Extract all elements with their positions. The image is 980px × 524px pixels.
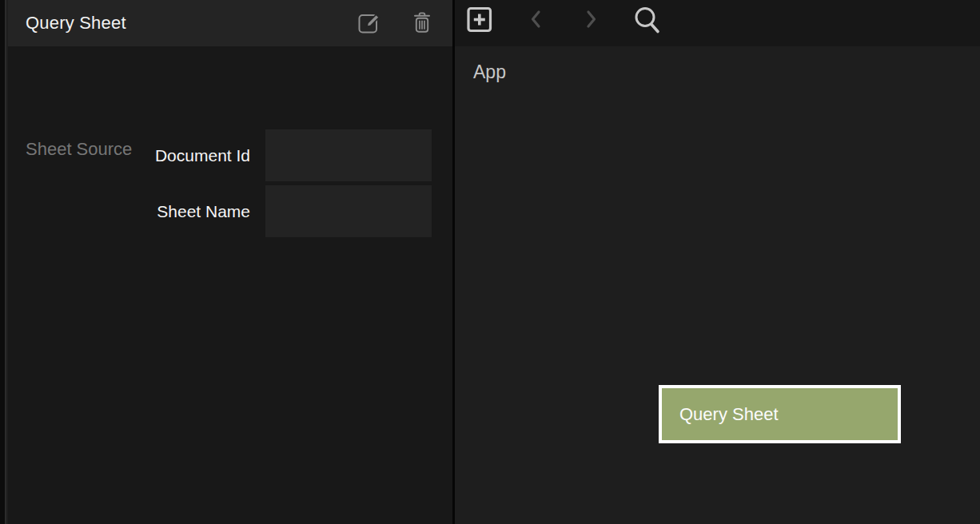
search-icon — [632, 5, 661, 38]
document-id-input[interactable] — [265, 129, 432, 181]
add-node-button[interactable] — [467, 6, 492, 35]
flow-node-label: Query Sheet — [679, 404, 779, 425]
chevron-right-icon — [585, 10, 598, 31]
properties-panel-header: Query Sheet — [8, 0, 452, 46]
chevron-left-icon — [529, 10, 542, 31]
canvas-app-label: App — [473, 62, 506, 83]
app-window: Query Sheet — [0, 0, 980, 524]
edit-icon — [358, 11, 380, 36]
trash-icon — [412, 11, 432, 36]
plus-square-icon — [467, 6, 492, 35]
flow-node-query-sheet[interactable]: Query Sheet — [659, 385, 901, 443]
sheet-name-input[interactable] — [265, 185, 432, 237]
panel-header-actions — [358, 0, 432, 46]
document-id-label: Document Id — [8, 129, 250, 181]
delete-button[interactable] — [412, 11, 432, 36]
properties-panel-body: Sheet Source Document Id Sheet Name — [8, 46, 452, 524]
panel-title: Query Sheet — [26, 13, 126, 34]
search-button[interactable] — [632, 5, 661, 38]
left-edge-gutter — [0, 0, 6, 524]
flow-canvas[interactable]: App Query Sheet — [455, 46, 980, 524]
edit-button[interactable] — [358, 11, 380, 36]
properties-panel: Query Sheet — [8, 0, 452, 524]
canvas-toolbar — [455, 0, 980, 46]
navigate-forward-button[interactable] — [585, 10, 598, 31]
navigate-back-button[interactable] — [529, 10, 542, 31]
sheet-name-label: Sheet Name — [8, 185, 250, 237]
